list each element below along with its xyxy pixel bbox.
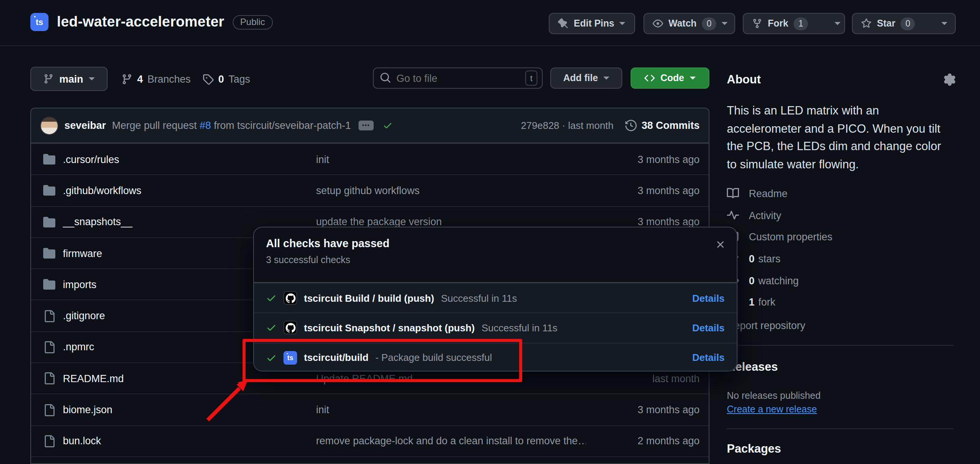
watch-count: 0 xyxy=(702,17,716,30)
pin-icon xyxy=(558,18,568,29)
file-name[interactable]: .npmrc xyxy=(63,341,94,353)
folder-icon xyxy=(43,247,55,259)
table-row[interactable]: biome.json init 3 months ago xyxy=(31,394,709,425)
kebab-horizontal-icon xyxy=(362,121,370,130)
table-row-partial xyxy=(31,456,709,464)
sidebar-item-custom-properties[interactable]: Custom properties xyxy=(727,230,833,243)
sidebar: About This is an LED matrix with an acce… xyxy=(727,0,965,464)
sidebar-divider xyxy=(727,428,953,429)
git-branch-icon xyxy=(43,73,54,84)
watch-label: Watch xyxy=(668,18,697,29)
edit-pins-button[interactable]: Edit Pins xyxy=(549,13,635,34)
commit-message-cell[interactable]: init xyxy=(316,153,586,165)
search-icon xyxy=(380,72,391,83)
chevron-down-icon xyxy=(89,77,95,80)
commit-sha[interactable]: 279e828 · last month xyxy=(521,120,614,131)
history-icon xyxy=(626,120,637,131)
tag-icon xyxy=(202,73,214,85)
go-to-file-search: t xyxy=(373,67,542,89)
file-name[interactable]: .github/workflows xyxy=(63,185,142,196)
checks-modal-title: All checks have passed xyxy=(266,237,725,249)
tags-link[interactable]: 0 Tags xyxy=(202,67,250,91)
search-input[interactable] xyxy=(373,67,542,89)
branch-selector[interactable]: main xyxy=(30,67,108,91)
check-icon xyxy=(266,293,277,303)
watching-count: 0 xyxy=(749,275,754,286)
commit-message-cell[interactable]: init xyxy=(316,404,586,416)
commit-date-cell: 3 months ago xyxy=(586,404,700,416)
about-description: This is an LED matrix with an accelerome… xyxy=(727,102,965,173)
packages-title: Packages xyxy=(727,442,781,456)
file-icon xyxy=(43,404,55,416)
commit-date-cell: 3 months ago xyxy=(586,185,700,196)
folder-icon xyxy=(43,153,55,165)
commit-ellipsis-button[interactable] xyxy=(358,121,374,131)
create-release-link[interactable]: Create a new release xyxy=(727,404,817,415)
check-status: Successful in 11s xyxy=(441,292,517,304)
branches-link[interactable]: 4 Branches xyxy=(121,67,191,91)
commit-author[interactable]: seveibar xyxy=(64,120,106,131)
sidebar-item-readme[interactable]: Readme xyxy=(727,187,788,200)
file-name[interactable]: __snapshots__ xyxy=(63,216,132,228)
commit-message[interactable]: Merge pull request #8 from tscircuit/sev… xyxy=(112,120,351,131)
table-row[interactable]: .github/workflows setup github workflows… xyxy=(31,175,709,206)
sidebar-item-activity[interactable]: Activity xyxy=(727,209,781,222)
check-icon[interactable] xyxy=(383,121,393,131)
sidebar-item-label: stars xyxy=(758,253,781,264)
file-icon xyxy=(43,310,55,322)
check-row: tscircuit Snapshot / snapshot (push) Suc… xyxy=(254,313,737,343)
tags-label: Tags xyxy=(229,73,250,85)
table-row[interactable]: .cursor/rules init 3 months ago xyxy=(31,143,709,175)
add-file-button[interactable]: Add file xyxy=(550,67,622,89)
folder-icon xyxy=(43,216,55,228)
file-name[interactable]: bun.lock xyxy=(63,435,101,447)
github-logo-icon xyxy=(283,291,297,305)
file-name[interactable]: imports xyxy=(63,279,97,290)
commit-message-cell[interactable]: setup github workflows xyxy=(316,185,586,196)
file-name[interactable]: .cursor/rules xyxy=(63,153,119,165)
file-icon xyxy=(43,435,55,447)
chevron-down-icon xyxy=(603,77,609,80)
pr-link[interactable]: #8 xyxy=(200,120,211,131)
eye-icon xyxy=(652,18,663,29)
book-icon xyxy=(727,187,739,199)
commit-meta: 279e828 · last month 38 Commits xyxy=(521,120,700,131)
keyboard-shortcut-hint: t xyxy=(525,70,538,86)
details-link[interactable]: Details xyxy=(692,292,725,304)
chevron-down-icon xyxy=(620,22,626,25)
file-name[interactable]: README.md xyxy=(63,373,124,384)
details-link[interactable]: Details xyxy=(692,352,725,363)
commit-date-cell: last month xyxy=(586,373,700,384)
code-button[interactable]: Code xyxy=(631,67,710,89)
commit-message-cell[interactable]: update the package version xyxy=(316,216,586,228)
checks-modal-header: All checks have passed 3 successful chec… xyxy=(254,228,737,283)
code-label: Code xyxy=(660,73,684,83)
gear-icon[interactable] xyxy=(943,73,956,86)
file-name[interactable]: firmware xyxy=(63,247,102,259)
file-name[interactable]: .gitignore xyxy=(63,310,105,322)
check-name: tscircuit Snapshot / snapshot (push) xyxy=(304,322,475,333)
check-icon xyxy=(266,323,277,333)
details-link[interactable]: Details xyxy=(692,322,725,333)
tags-count: 0 xyxy=(218,73,224,85)
avatar[interactable] xyxy=(40,116,58,135)
about-title: About xyxy=(727,73,761,86)
releases-empty-text: No releases published xyxy=(727,391,821,401)
commit-message-cell[interactable]: remove package-lock and do a clean insta… xyxy=(316,435,586,447)
file-name[interactable]: biome.json xyxy=(63,404,113,416)
sidebar-item-label: watching xyxy=(758,275,799,286)
commits-count-link[interactable]: 38 Commits xyxy=(641,120,700,131)
github-repo-page: ts led-water-accelerometer Public Edit P… xyxy=(0,0,980,464)
commit-date-cell: 3 months ago xyxy=(586,216,700,228)
github-logo-icon xyxy=(283,321,297,335)
sidebar-item-report-repository[interactable]: Report repository xyxy=(727,319,805,332)
check-row: tscircuit Build / build (push) Successfu… xyxy=(254,283,737,313)
table-row[interactable]: bun.lock remove package-lock and do a cl… xyxy=(31,425,709,456)
sidebar-item-label: fork xyxy=(758,296,775,308)
close-icon[interactable] xyxy=(715,239,726,250)
latest-commit-bar: seveibar Merge pull request #8 from tsci… xyxy=(31,108,709,143)
sidebar-item-watching[interactable]: 0 watching xyxy=(727,274,799,287)
check-name: tscircuit Build / build (push) xyxy=(304,292,434,304)
sidebar-item-label: Custom properties xyxy=(749,231,833,242)
watch-button[interactable]: Watch 0 xyxy=(643,13,735,34)
